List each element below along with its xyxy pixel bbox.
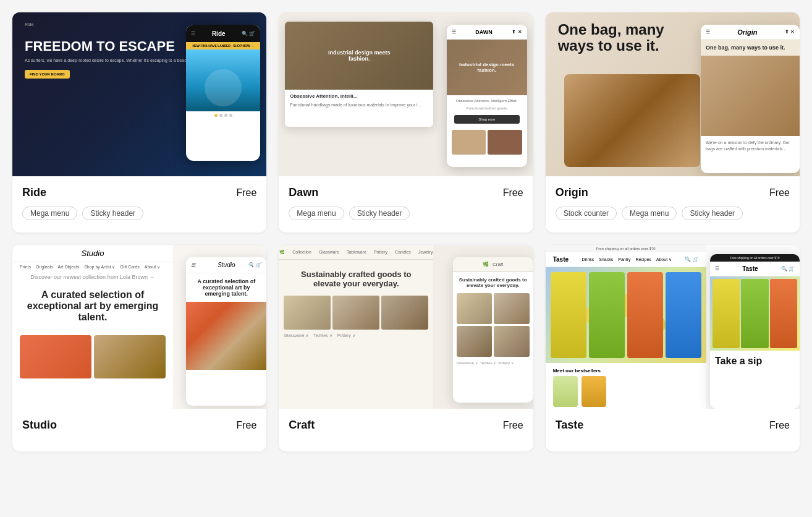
studio-price: Free [236,420,256,431]
craft-header: 🌿 Sustainably crafted goods to elevate y… [279,245,433,260]
ride-title: Ride [22,186,46,199]
card-taste[interactable]: Free shipping on all orders over $70 Tas… [546,245,800,451]
dawn-title: Dawn [289,186,318,199]
taste-mobile-img [710,276,800,351]
studio-art-grid [12,330,173,383]
card-origin[interactable]: One bag, many ways to use it. ☰ Origin ⬆… [546,12,800,233]
tag-mega-menu-dawn: Mega menu [289,207,344,220]
dawn-laptop-text: Obsessive Attention. Intelli... [285,90,433,103]
studio-card-body: Studio Free [12,409,266,451]
craft-title: Craft [289,419,315,432]
ride-card-body: Ride Free Mega menu Sticky header [12,176,266,233]
tag-mega-menu: Mega menu [22,207,77,220]
ride-preview: Ride FREEDOM TO ESCAPE As surfers, we ha… [12,12,266,176]
taste-price: Free [769,420,790,431]
tag-sticky-header-origin: Sticky header [682,207,743,220]
dawn-laptop-preview: Industrial design meetsfashion. Obsessiv… [285,22,433,127]
taste-card-body: Taste Free [546,409,800,451]
taste-mobile-preview: Free shipping on all orders over $70 ☰ T… [710,254,800,409]
origin-tags: Stock counter Mega menu Sticky header [556,207,790,220]
ride-cta: FIND YOUR BOARD [25,70,70,79]
origin-title: Origin [556,186,588,199]
tag-stock-counter-origin: Stock counter [556,207,617,220]
dawn-tags: Mega menu Sticky header [289,207,523,220]
craft-product-grid [279,296,433,330]
craft-price: Free [503,420,523,431]
craft-preview: 🌿 Sustainably crafted goods to elevate y… [279,245,533,409]
dawn-mobile-preview: ☰ DAWN ⬆ ✕ Industrial design meets fashi… [447,25,527,167]
theme-grid: Ride FREEDOM TO ESCAPE As surfers, we ha… [12,12,800,451]
craft-mobile-grid [453,293,533,357]
card-ride[interactable]: Ride FREEDOM TO ESCAPE As surfers, we ha… [12,12,266,233]
studio-nav: PrintsOriginalsArt ObjectsShop by Artist… [12,262,173,272]
ride-price: Free [236,187,256,199]
origin-preview: One bag, many ways to use it. ☰ Origin ⬆… [546,12,800,176]
taste-preview: Free shipping on all orders over $70 Tas… [546,245,800,409]
studio-preview: Studio PrintsOriginalsArt ObjectsShop by… [12,245,266,409]
studio-laptop-view: Studio PrintsOriginalsArt ObjectsShop by… [12,245,173,409]
studio-mobile-preview: ☰ Studio 🔍 🛒 A curated selection of exce… [186,257,266,406]
craft-laptop-view: 🌿 Sustainably crafted goods to elevate y… [279,245,433,409]
dawn-price: Free [503,187,523,199]
tag-sticky-header-dawn: Sticky header [349,207,410,220]
taste-products [546,376,706,407]
tag-mega-menu-origin: Mega menu [622,207,677,220]
dawn-preview: Industrial design meetsfashion. Obsessiv… [279,12,533,176]
dawn-laptop-sub: Functional handbags made of luxurious ma… [285,103,433,107]
ride-mobile-preview: ☰ Ride 🔍 🛒 NEW FINS HAVE LANDED · SHOP N… [186,25,260,161]
card-craft[interactable]: 🌿 Sustainably crafted goods to elevate y… [279,245,533,451]
origin-mobile-preview: ☰ Origin ⬆ ✕ One bag, many ways to use i… [701,25,800,173]
origin-card-body: Origin Free Stock counter Mega menu Stic… [546,176,800,233]
dawn-mobile-sub: Obsessive Attention. Intelligent Effort. [447,95,527,106]
taste-title: Taste [556,419,584,432]
craft-card-body: Craft Free [279,409,533,451]
dawn-mobile-hero-text: Industrial design meets fashion. [447,57,527,78]
craft-mobile-header: 🌿Craft [453,257,533,272]
taste-mobile-big-text: Take a sip [710,351,800,372]
taste-header: Taste DrinksSnacksPantryRecipesAbout ∨ 🔍… [546,252,706,267]
card-dawn[interactable]: Industrial design meetsfashion. Obsessiv… [279,12,533,233]
taste-laptop-view: Free shipping on all orders over $70 Tas… [546,245,706,409]
origin-hero-text: One bag, many ways to use it. [558,22,694,54]
dawn-card-body: Dawn Free Mega menu Sticky header [279,176,533,233]
origin-price: Free [769,187,790,199]
tag-sticky-header: Sticky header [82,207,143,220]
studio-title: Studio [22,419,57,432]
ride-tags: Mega menu Sticky header [22,207,256,220]
card-studio[interactable]: Studio PrintsOriginalsArt ObjectsShop by… [12,245,266,451]
craft-mobile-preview: 🌿Craft Sustainably crafted goods to elev… [453,257,533,403]
taste-hero-img [546,267,706,363]
taste-mobile-header: ☰ Taste 🔍 🛒 [710,262,800,276]
